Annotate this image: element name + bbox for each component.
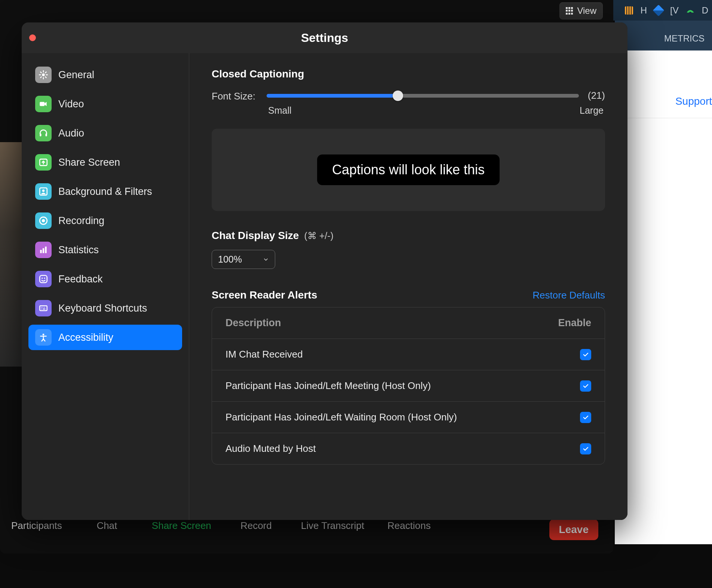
svg-point-16 [41,307,42,308]
table-row: Participant Has Joined/Left Meeting (Hos… [212,370,605,402]
sidebar-item-feedback[interactable]: Feedback [28,266,182,292]
alert-enable-checkbox[interactable] [580,380,591,392]
sidebar-item-accessibility[interactable]: Accessibility [28,325,182,350]
sidebar-item-video[interactable]: Video [28,91,182,117]
toolbar-label: Reactions [387,520,431,532]
chat-display-hint: (⌘ +/-) [304,230,333,241]
table-header: Description Enable [212,307,605,339]
grid-icon [566,7,573,15]
slider-fill [267,94,398,98]
page-tab-metrics[interactable]: METRICS [664,33,705,50]
sidebar-item-background-filters[interactable]: Background & Filters [28,179,182,204]
alert-enable-checkbox[interactable] [580,412,591,423]
chat-display-heading: Chat Display Size [212,230,299,242]
svg-rect-15 [40,306,47,311]
video-icon [35,96,52,112]
toolbar-label: Live Transcript [301,520,364,532]
sidebar-item-label: Accessibility [58,332,113,343]
settings-titlebar: Settings [22,22,627,53]
close-window-button[interactable] [29,34,36,41]
sidebar-item-label: Audio [58,128,84,139]
browser-tab-label[interactable]: H [641,5,647,16]
svg-point-0 [42,73,45,76]
sidebar-item-keyboard-shortcuts[interactable]: Keyboard Shortcuts [28,295,182,321]
alert-description: Participant Has Joined/Left Waiting Room… [225,411,457,423]
toolbar-share-screen[interactable]: Share Screen [152,520,211,532]
tab-favicon-icon [686,6,694,15]
toolbar-label: Participants [11,520,62,532]
record-icon [35,212,52,229]
slider-max-label: Large [580,105,604,116]
toolbar-live-transcript[interactable]: Live Transcript [301,520,364,532]
bar-chart-icon [35,242,52,258]
toolbar-reactions[interactable]: Reactions [387,520,432,532]
toolbar-chat[interactable]: Chat [85,520,129,532]
select-value: 100% [218,254,242,265]
support-link[interactable]: Support [675,95,712,107]
background-browser-window: METRICS Support [615,21,712,544]
sidebar-item-label: Background & Filters [58,186,152,197]
sidebar-item-statistics[interactable]: Statistics [28,237,182,263]
alert-enable-checkbox[interactable] [580,349,591,360]
svg-rect-3 [45,134,47,137]
settings-sidebar: General Video Audio Share Screen [22,53,189,520]
font-size-slider[interactable] [267,94,579,98]
accessibility-icon [35,329,52,346]
svg-point-21 [43,334,44,336]
chevron-down-icon [263,257,269,263]
font-size-value: (21) [588,90,605,101]
sidebar-item-label: General [58,69,94,81]
alert-description: Audio Muted by Host [225,443,316,454]
column-header-description: Description [225,317,281,329]
table-row: IM Chat Received [212,339,605,370]
tab-favicon-icon [625,6,633,15]
toolbar-label: Chat [96,520,117,532]
svg-rect-11 [45,246,46,253]
sidebar-item-label: Video [58,98,84,110]
sidebar-item-label: Share Screen [58,157,120,168]
restore-defaults-link[interactable]: Restore Defaults [533,290,605,301]
keyboard-icon [35,300,52,316]
sidebar-item-label: Feedback [58,273,103,285]
settings-modal: Settings General Video Audio [22,22,627,520]
headphones-icon [35,125,52,141]
svg-point-18 [44,307,45,308]
sidebar-item-share-screen[interactable]: Share Screen [28,150,182,175]
alert-enable-checkbox[interactable] [580,443,591,454]
svg-rect-12 [40,275,47,283]
svg-point-13 [42,278,43,279]
toolbar-record[interactable]: Record [234,520,279,532]
toolbar-participants[interactable]: Participants [11,520,62,532]
settings-main: Closed Captioning Font Size: (21) Small … [189,53,627,520]
svg-rect-2 [40,134,41,137]
browser-tab-label[interactable]: [V [670,5,679,16]
screen-reader-heading: Screen Reader Alerts [212,289,317,301]
slider-min-label: Small [268,105,292,116]
window-controls [29,34,36,41]
gear-icon [35,67,52,83]
svg-rect-1 [40,102,44,106]
svg-rect-10 [43,248,44,253]
table-row: Participant Has Joined/Left Waiting Room… [212,402,605,433]
svg-point-19 [41,309,42,309]
font-size-label: Font Size: [212,90,255,102]
sidebar-item-general[interactable]: General [28,62,182,88]
toolbar-label: Share Screen [152,520,211,532]
svg-rect-9 [40,250,42,253]
table-row: Audio Muted by Host [212,433,605,464]
chat-display-select[interactable]: 100% [212,250,275,269]
sidebar-item-label: Statistics [58,244,99,256]
sidebar-item-audio[interactable]: Audio [28,120,182,146]
leave-button[interactable]: Leave [549,519,598,540]
svg-point-6 [42,190,45,192]
view-button[interactable]: View [559,2,603,19]
tab-favicon-icon [653,4,664,16]
settings-title: Settings [301,31,348,45]
toolbar-label: Record [240,520,272,532]
sidebar-item-recording[interactable]: Recording [28,208,182,233]
browser-tab-label[interactable]: D [702,5,708,16]
share-screen-icon [35,154,52,171]
svg-rect-20 [43,309,46,309]
slider-thumb[interactable] [393,91,403,101]
closed-captioning-heading: Closed Captioning [212,68,605,80]
